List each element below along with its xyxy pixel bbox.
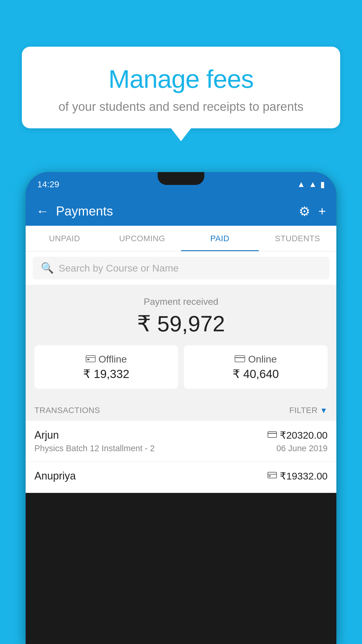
online-card: Online ₹ 40,640 (184, 345, 328, 389)
search-icon: 🔍 (41, 262, 54, 274)
search-placeholder: Search by Course or Name (59, 262, 179, 274)
svg-rect-3 (235, 356, 245, 362)
transaction-amount-wrap: ₹19332.00 (268, 470, 328, 482)
payment-amount: ₹ 59,972 (34, 311, 328, 337)
offline-label: Offline (99, 354, 127, 365)
header-icons: ⚙ + (299, 204, 326, 219)
svg-rect-0 (86, 356, 95, 362)
tab-students[interactable]: STUDENTS (259, 226, 337, 251)
notch (158, 172, 204, 185)
transactions-label: TRANSACTIONS (34, 406, 100, 415)
online-amount: ₹ 40,640 (190, 367, 322, 381)
filter-label: FILTER (289, 406, 317, 415)
status-bar: 14:29 ▲ ▲ ▮ (26, 172, 336, 197)
transaction-amount: ₹19332.00 (280, 470, 328, 482)
transaction-amount-wrap: ₹20320.00 (268, 429, 328, 441)
table-row[interactable]: Anupriya ₹19332.00 (26, 462, 336, 493)
online-card-top: Online (190, 354, 322, 365)
svg-rect-9 (269, 475, 271, 477)
tabs-bar: UNPAID UPCOMING PAID STUDENTS (26, 226, 336, 251)
app-header: ← Payments ⚙ + (26, 197, 336, 226)
speech-bubble: Manage fees of your students and send re… (22, 47, 340, 128)
filter-icon: ▼ (320, 406, 328, 415)
battery-icon: ▮ (320, 180, 325, 189)
table-row[interactable]: Arjun ₹20320.00 Physics Batch 12 Install… (26, 421, 336, 462)
phone-frame: 14:29 ▲ ▲ ▮ ← Payments ⚙ + UNPAID UPCOMI… (26, 172, 336, 644)
plus-icon[interactable]: + (318, 204, 326, 218)
offline-amount: ₹ 19,332 (40, 367, 172, 381)
status-icons: ▲ ▲ ▮ (297, 180, 325, 189)
filter-button[interactable]: FILTER ▼ (289, 406, 328, 415)
online-label: Online (248, 354, 277, 365)
status-time: 14:29 (37, 179, 59, 189)
offline-card-top: Offline (40, 354, 172, 365)
search-input-wrap[interactable]: 🔍 Search by Course or Name (33, 257, 329, 279)
offline-icon (86, 354, 96, 365)
header-title: Payments (56, 204, 292, 218)
transaction-top: Arjun ₹20320.00 (34, 429, 328, 441)
transaction-bottom: Physics Batch 12 Installment - 2 06 June… (34, 444, 328, 453)
svg-rect-7 (268, 472, 277, 478)
offline-card: Offline ₹ 19,332 (34, 345, 178, 389)
tab-unpaid[interactable]: UNPAID (26, 226, 103, 251)
payment-cards: Offline ₹ 19,332 Online ₹ 40,640 (34, 345, 328, 389)
search-bar: 🔍 Search by Course or Name (26, 251, 336, 285)
transaction-name: Anupriya (34, 470, 76, 482)
online-icon (235, 354, 245, 365)
wifi-icon: ▲ (297, 180, 305, 189)
transaction-course: Physics Batch 12 Installment - 2 (34, 444, 155, 453)
online-payment-icon (268, 430, 277, 440)
payment-label: Payment received (34, 296, 328, 307)
tab-paid[interactable]: PAID (181, 226, 259, 251)
tab-upcoming[interactable]: UPCOMING (103, 226, 181, 251)
transaction-name: Arjun (34, 429, 59, 441)
gear-icon[interactable]: ⚙ (299, 204, 310, 219)
svg-rect-5 (268, 432, 277, 438)
transaction-amount: ₹20320.00 (280, 429, 328, 441)
transaction-top: Anupriya ₹19332.00 (34, 470, 328, 482)
payment-received-section: Payment received ₹ 59,972 Offline ₹ 19,3… (26, 285, 336, 398)
bubble-subtitle: of your students and send receipts to pa… (36, 100, 326, 114)
offline-payment-icon (268, 471, 277, 481)
svg-rect-2 (87, 359, 89, 360)
signal-icon: ▲ (309, 180, 317, 189)
bubble-title: Manage fees (36, 64, 326, 94)
transactions-header: TRANSACTIONS FILTER ▼ (26, 398, 336, 421)
transaction-date: 06 June 2019 (276, 444, 328, 453)
back-button[interactable]: ← (36, 204, 49, 218)
